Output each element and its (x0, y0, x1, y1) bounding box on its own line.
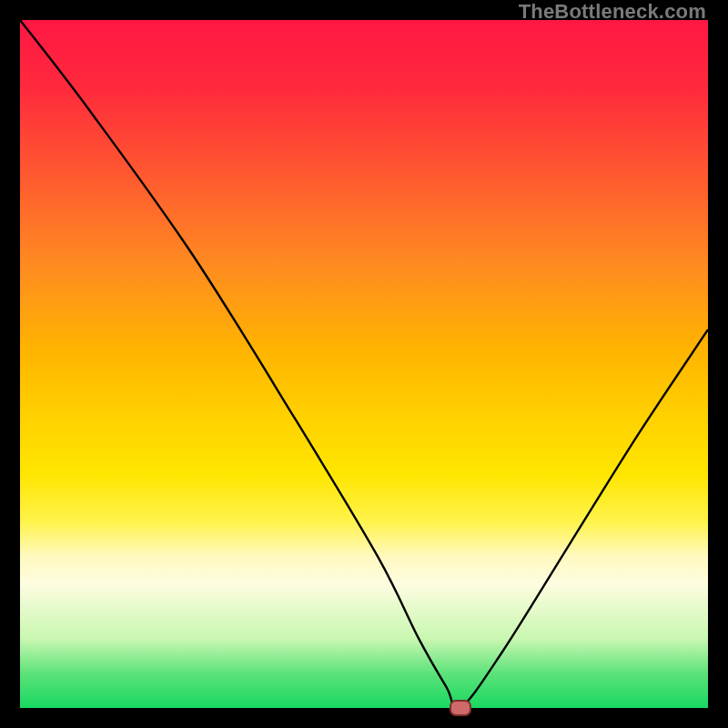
bottleneck-curve-path (20, 20, 708, 709)
bottleneck-curve-svg (20, 20, 708, 708)
optimal-point-marker (450, 700, 471, 716)
